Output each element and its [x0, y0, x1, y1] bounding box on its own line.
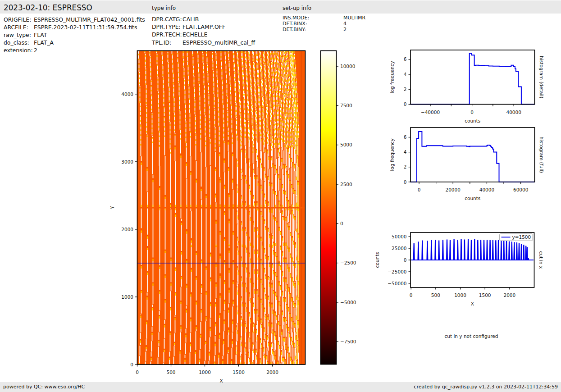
- svg-text:20000: 20000: [446, 187, 461, 192]
- svg-text:1000: 1000: [121, 294, 133, 300]
- svg-text:−2500: −2500: [340, 260, 356, 265]
- svg-text:1500: 1500: [479, 292, 491, 298]
- svg-text:500: 500: [166, 369, 175, 375]
- legend: y=1500: [500, 234, 533, 241]
- svg-text:−40000: −40000: [421, 109, 440, 115]
- svg-text:counts: counts: [465, 196, 480, 201]
- svg-text:histogram (detail): histogram (detail): [539, 56, 544, 98]
- svg-text:40000: 40000: [479, 187, 494, 192]
- svg-text:6: 6: [404, 134, 407, 140]
- qc-report-page: 2023-02-10: ESPRESSO type info set-up in…: [0, 0, 561, 392]
- svg-text:0: 0: [410, 292, 413, 298]
- svg-text:2000: 2000: [121, 227, 133, 232]
- svg-text:10000: 10000: [340, 64, 355, 69]
- svg-text:4: 4: [404, 149, 407, 155]
- svg-text:6: 6: [404, 56, 407, 62]
- svg-text:Y: Y: [109, 206, 115, 210]
- svg-text:−5000: −5000: [340, 300, 356, 305]
- svg-text:−7500: −7500: [340, 339, 356, 344]
- legend-label: y=1500: [512, 234, 531, 240]
- svg-text:50000: 50000: [392, 234, 406, 239]
- svg-text:500: 500: [431, 292, 440, 298]
- svg-text:log frequency: log frequency: [389, 138, 395, 171]
- svg-text:25000: 25000: [392, 246, 406, 251]
- cut-in-y-note-text: cut in y not configured: [445, 333, 498, 339]
- colorbar: 100007500500025000−2500−5000−7500: [321, 51, 356, 365]
- svg-text:counts: counts: [465, 118, 480, 123]
- svg-text:X: X: [219, 378, 223, 383]
- svg-text:0: 0: [418, 187, 421, 192]
- svg-text:1500: 1500: [233, 369, 245, 375]
- svg-text:0: 0: [404, 179, 407, 185]
- svg-text:5000: 5000: [340, 142, 352, 147]
- svg-text:counts: counts: [374, 252, 380, 268]
- svg-text:0: 0: [404, 101, 407, 107]
- svg-text:histogram (full): histogram (full): [539, 137, 544, 173]
- svg-text:0: 0: [470, 109, 474, 115]
- svg-text:−25000: −25000: [388, 269, 406, 274]
- svg-text:X: X: [471, 301, 474, 306]
- svg-text:−50000: −50000: [388, 281, 406, 286]
- svg-text:2000: 2000: [266, 369, 278, 375]
- svg-text:2: 2: [404, 164, 407, 169]
- svg-text:0: 0: [136, 369, 139, 375]
- svg-text:2: 2: [404, 87, 407, 92]
- svg-text:40000: 40000: [506, 109, 521, 115]
- svg-text:1000: 1000: [454, 292, 466, 298]
- svg-text:0: 0: [340, 221, 343, 226]
- svg-text:log frequency: log frequency: [389, 61, 395, 93]
- svg-text:7500: 7500: [340, 103, 352, 108]
- svg-text:4000: 4000: [121, 91, 133, 97]
- svg-text:60000: 60000: [513, 187, 528, 192]
- svg-text:4: 4: [404, 72, 407, 77]
- svg-text:1000: 1000: [199, 369, 211, 375]
- svg-text:0: 0: [404, 257, 407, 263]
- histogram-full-plot: 02000040000600000246countslog frequencyh…: [389, 128, 544, 201]
- svg-text:2500: 2500: [340, 182, 352, 187]
- svg-text:2000: 2000: [503, 292, 515, 298]
- cut-in-y-note: cut in y not configured: [445, 333, 498, 339]
- svg-text:0: 0: [130, 362, 133, 367]
- svg-text:3000: 3000: [121, 159, 133, 164]
- main-image-plot: 050010001500200001000200030004000XY: [109, 51, 306, 384]
- cut-in-x-plot: 050010001500200050000250000−25000−50000X…: [374, 232, 544, 306]
- histogram-detail-plot: −400000400000246countslog frequencyhisto…: [389, 50, 544, 123]
- svg-text:cut in x: cut in x: [538, 251, 544, 269]
- plots-canvas: 050010001500200001000200030004000XY 1000…: [0, 0, 561, 392]
